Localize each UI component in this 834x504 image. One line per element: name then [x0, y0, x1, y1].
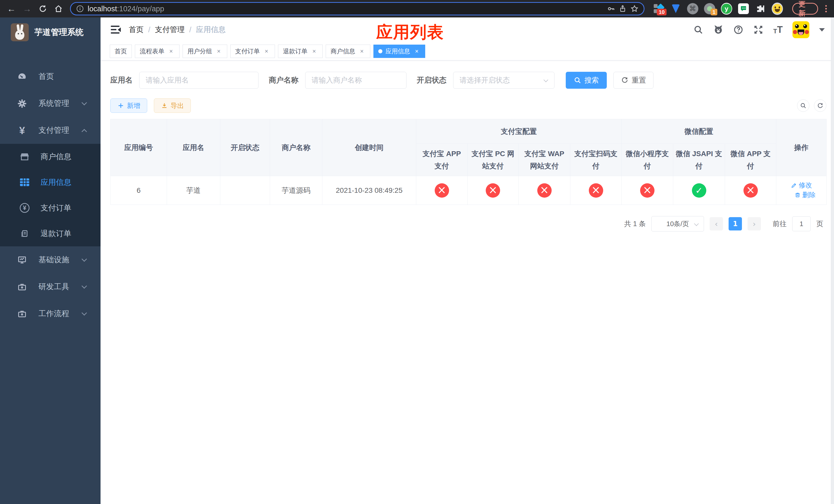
tab-refund-orders[interactable]: 退款订单× [278, 45, 323, 58]
app-logo-row[interactable]: 芋道管理系统 [0, 18, 101, 47]
shop-icon [20, 152, 30, 161]
breadcrumb-item[interactable]: 支付管理 [155, 25, 185, 35]
sidebar-item-label: 研发工具 [39, 281, 69, 292]
status-fail-icon [744, 183, 758, 198]
browser-toolbar: ← → localhost:1024/pay/app [0, 0, 834, 18]
close-icon[interactable]: × [358, 48, 366, 55]
sidebar-item-label: 支付订单 [41, 203, 71, 213]
cell-actions: 修改 删除 [776, 176, 827, 205]
chevron-down-icon [82, 100, 87, 105]
scrollbar-track[interactable] [831, 18, 834, 504]
sidebar-item-system[interactable]: 系统管理 [0, 90, 101, 117]
user-menu-caret-icon[interactable] [819, 28, 825, 31]
extension-tabs-icon[interactable]: 10 [653, 3, 664, 14]
close-icon[interactable]: × [413, 48, 420, 55]
col-alipay-app: 支付宝 APP 支付 [416, 144, 467, 176]
extension-gem-icon[interactable] [670, 3, 681, 14]
extension-chat-icon[interactable] [738, 3, 749, 14]
delete-link[interactable]: 删除 [794, 190, 816, 200]
sidebar-item-refund-orders[interactable]: 退款订单 [0, 221, 101, 246]
next-page-button[interactable]: › [748, 217, 761, 230]
tab-merchant-info[interactable]: 商户信息× [326, 45, 370, 58]
chevron-down-icon [82, 256, 87, 262]
tab-home[interactable]: 首页 [110, 45, 132, 58]
col-app-id: 应用编号 [111, 119, 167, 176]
status-fail-icon [589, 183, 603, 198]
chevron-down-icon [82, 283, 87, 289]
page-info-icon[interactable] [76, 5, 84, 13]
merchant-name-label: 商户名称 [269, 75, 299, 85]
group-wechat-config: 微信配置 [622, 119, 776, 144]
app-name-input[interactable] [139, 72, 259, 89]
tab-label: 用户分组 [188, 47, 212, 55]
app-title: 芋道管理系统 [35, 27, 84, 38]
reload-icon [39, 4, 47, 13]
profile-avatar-icon[interactable] [772, 3, 783, 14]
sidebar-item-home[interactable]: 首页 [0, 63, 101, 90]
extension-badge: 10 [657, 9, 666, 15]
col-app-name: 应用名 [167, 119, 220, 176]
url-text: localhost:1024/pay/app [88, 5, 603, 13]
add-button[interactable]: 新增 [110, 98, 147, 113]
password-key-icon[interactable] [607, 5, 615, 13]
bookmark-star-icon[interactable] [630, 5, 639, 13]
merchant-name-input[interactable] [305, 72, 407, 89]
sidebar-item-app-info[interactable]: 应用信息 [0, 169, 101, 195]
export-button[interactable]: 导出 [154, 98, 191, 113]
goto-page-input[interactable] [792, 216, 811, 231]
browser-menu-button[interactable] [825, 5, 827, 12]
github-icon[interactable] [713, 25, 723, 35]
chevron-down-icon [82, 310, 87, 316]
close-icon[interactable]: × [215, 48, 222, 55]
pagination: 共 1 条 10条/页 ‹ 1 › 前往 页 [101, 205, 834, 231]
tab-pay-orders[interactable]: 支付订单× [230, 45, 275, 58]
close-icon[interactable]: × [168, 48, 175, 55]
extension-command-icon[interactable]: ⌘ [687, 3, 698, 14]
status-fail-icon [486, 183, 500, 198]
browser-back-button[interactable]: ← [5, 2, 18, 15]
url-host: localhost [88, 5, 117, 13]
close-icon[interactable]: × [311, 48, 318, 55]
reset-button[interactable]: 重置 [613, 72, 654, 89]
page-size-select[interactable]: 10条/页 [652, 216, 704, 231]
sidebar-item-label: 工作流程 [39, 308, 69, 319]
user-avatar[interactable] [792, 21, 809, 38]
extension-y-icon[interactable]: y [721, 3, 732, 14]
tab-app-info[interactable]: 应用信息× [373, 45, 425, 58]
font-size-icon[interactable]: TT [773, 25, 783, 35]
goto-label: 前往 [773, 219, 787, 228]
add-button-label: 新增 [127, 101, 140, 110]
share-icon[interactable] [619, 5, 627, 13]
status-select[interactable]: 请选择开启状态 [453, 72, 554, 89]
sidebar-item-merchant-info[interactable]: 商户信息 [0, 144, 101, 169]
sidebar-item-workflow[interactable]: 工作流程 [0, 300, 101, 327]
toggle-search-button[interactable] [797, 99, 809, 112]
tab-user-group[interactable]: 用户分组× [182, 45, 227, 58]
close-icon[interactable]: × [263, 48, 270, 55]
browser-forward-button[interactable]: → [20, 2, 34, 15]
sidebar-item-payment[interactable]: ¥ 支付管理 [0, 117, 101, 144]
edit-link[interactable]: 修改 [791, 181, 812, 190]
tab-process-form[interactable]: 流程表单× [135, 45, 179, 58]
extension-recorder-icon[interactable]: 1 [704, 3, 715, 14]
browser-reload-button[interactable] [36, 2, 49, 15]
col-actions: 操作 [776, 119, 827, 176]
sidebar-item-pay-orders[interactable]: ¥ 支付订单 [0, 195, 101, 221]
header-search-icon[interactable] [693, 25, 703, 35]
refresh-table-button[interactable] [814, 99, 826, 112]
url-bar[interactable]: localhost:1024/pay/app [70, 2, 644, 15]
sidebar-fold-button[interactable] [110, 24, 121, 36]
sidebar-item-dev-tools[interactable]: 研发工具 [0, 273, 101, 300]
chrome-update-button[interactable]: 更新 [792, 3, 818, 15]
extensions-puzzle-icon[interactable] [755, 3, 766, 14]
fullscreen-icon[interactable] [753, 25, 764, 35]
browser-home-button[interactable] [52, 2, 65, 15]
help-icon[interactable] [733, 25, 744, 35]
breadcrumb-item[interactable]: 首页 [129, 25, 144, 35]
page-number-button[interactable]: 1 [729, 217, 742, 230]
payment-submenu: 商户信息 应用信息 ¥ 支付订单 退款订单 [0, 144, 101, 246]
refresh-icon [621, 76, 629, 84]
sidebar-item-infrastructure[interactable]: 基础设施 [0, 246, 101, 273]
prev-page-button[interactable]: ‹ [710, 217, 723, 230]
search-button[interactable]: 搜索 [566, 72, 607, 89]
